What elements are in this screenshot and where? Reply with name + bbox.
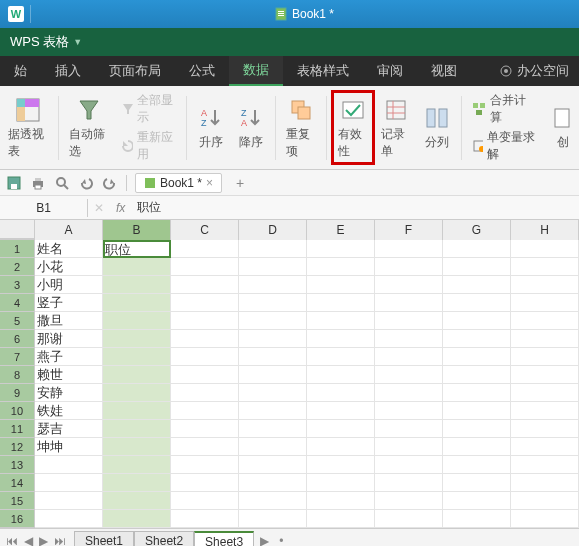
cell[interactable] <box>171 420 239 438</box>
cell[interactable] <box>103 312 171 330</box>
cell[interactable] <box>239 366 307 384</box>
undo-icon[interactable] <box>78 175 94 191</box>
menu-tablestyle[interactable]: 表格样式 <box>283 56 363 86</box>
cell[interactable] <box>307 438 375 456</box>
redo-icon[interactable] <box>102 175 118 191</box>
cell[interactable] <box>171 492 239 510</box>
row-header[interactable]: 12 <box>0 438 35 456</box>
cell[interactable] <box>171 348 239 366</box>
cell[interactable] <box>511 438 579 456</box>
cell[interactable]: 职位 <box>103 240 171 258</box>
row-header[interactable]: 9 <box>0 384 35 402</box>
cell[interactable] <box>443 312 511 330</box>
save-icon[interactable] <box>6 175 22 191</box>
menu-start[interactable]: 始 <box>0 56 41 86</box>
new-tab-button[interactable]: + <box>230 175 250 191</box>
ribbon-create[interactable]: 创 <box>543 90 577 165</box>
col-header-C[interactable]: C <box>171 220 239 240</box>
cell[interactable] <box>35 492 103 510</box>
cell[interactable] <box>307 384 375 402</box>
cell[interactable] <box>307 330 375 348</box>
row-header[interactable]: 2 <box>0 258 35 276</box>
ribbon-sort-asc[interactable]: AZ 升序 <box>191 90 231 165</box>
cell[interactable] <box>171 510 239 528</box>
cell[interactable] <box>511 456 579 474</box>
cell[interactable] <box>307 474 375 492</box>
cell[interactable] <box>375 330 443 348</box>
close-tab-icon[interactable]: × <box>206 176 213 190</box>
cell[interactable] <box>171 276 239 294</box>
cell[interactable]: 小明 <box>35 276 103 294</box>
sheet-tab-2[interactable]: Sheet2 <box>134 531 194 546</box>
sheet-nav-prev[interactable]: ◀ <box>22 534 35 547</box>
cell[interactable] <box>307 312 375 330</box>
cell[interactable] <box>103 384 171 402</box>
ribbon-consolidate[interactable]: 合并计算 <box>472 92 537 126</box>
menu-formula[interactable]: 公式 <box>175 56 229 86</box>
cell[interactable] <box>171 474 239 492</box>
cell[interactable] <box>307 276 375 294</box>
cell[interactable] <box>511 402 579 420</box>
cell[interactable] <box>375 402 443 420</box>
cell[interactable] <box>307 294 375 312</box>
document-tab[interactable]: Book1 * × <box>135 173 222 193</box>
cell[interactable] <box>443 402 511 420</box>
sheet-add-button[interactable]: ▶ <box>254 534 275 547</box>
row-header[interactable]: 10 <box>0 402 35 420</box>
cell[interactable] <box>103 276 171 294</box>
cell[interactable] <box>511 492 579 510</box>
formula-input[interactable]: 职位 <box>131 199 167 216</box>
cell[interactable] <box>375 456 443 474</box>
cell[interactable] <box>443 240 511 258</box>
cancel-icon[interactable]: ✕ <box>88 201 110 215</box>
col-header-F[interactable]: F <box>375 220 443 240</box>
ribbon-validity[interactable]: 有效性 <box>331 90 375 165</box>
cell[interactable] <box>443 366 511 384</box>
ribbon-text-to-columns[interactable]: 分列 <box>417 90 457 165</box>
cell[interactable] <box>511 240 579 258</box>
col-header-D[interactable]: D <box>239 220 307 240</box>
cell[interactable] <box>103 366 171 384</box>
cell[interactable] <box>35 510 103 528</box>
cell[interactable] <box>511 474 579 492</box>
menu-data[interactable]: 数据 <box>229 56 283 86</box>
cell[interactable] <box>307 510 375 528</box>
row-header[interactable]: 7 <box>0 348 35 366</box>
row-header[interactable]: 3 <box>0 276 35 294</box>
cell[interactable] <box>511 294 579 312</box>
cell[interactable] <box>239 330 307 348</box>
app-tab-wps[interactable]: WPS 表格 ▼ <box>0 28 92 56</box>
cell[interactable] <box>307 258 375 276</box>
cell[interactable] <box>375 276 443 294</box>
row-header[interactable]: 1 <box>0 240 35 258</box>
sheet-nav-next[interactable]: ▶ <box>37 534 50 547</box>
cell[interactable] <box>35 474 103 492</box>
cell[interactable] <box>103 330 171 348</box>
cell[interactable] <box>103 456 171 474</box>
cell[interactable] <box>443 348 511 366</box>
select-all-corner[interactable] <box>0 220 35 239</box>
cell[interactable] <box>307 402 375 420</box>
cell[interactable]: 竖子 <box>35 294 103 312</box>
sheet-tab-1[interactable]: Sheet1 <box>74 531 134 546</box>
cell[interactable] <box>35 456 103 474</box>
col-header-A[interactable]: A <box>35 220 103 240</box>
cell[interactable] <box>375 294 443 312</box>
ribbon-record-form[interactable]: 记录单 <box>375 90 417 165</box>
col-header-B[interactable]: B <box>103 220 171 240</box>
cell[interactable] <box>511 258 579 276</box>
cell[interactable] <box>171 240 239 258</box>
cell[interactable] <box>511 420 579 438</box>
ribbon-duplicates[interactable]: 重复项 <box>280 90 322 165</box>
cell[interactable] <box>239 294 307 312</box>
row-header[interactable]: 16 <box>0 510 35 528</box>
sheet-tab-3[interactable]: Sheet3 <box>194 531 254 547</box>
cell[interactable] <box>239 384 307 402</box>
cell[interactable] <box>375 474 443 492</box>
cell[interactable] <box>375 240 443 258</box>
cell[interactable]: 姓名 <box>35 240 103 258</box>
cell[interactable] <box>103 474 171 492</box>
cell[interactable] <box>239 312 307 330</box>
sheet-nav-first[interactable]: ⏮ <box>4 534 20 547</box>
cell[interactable]: 瑟吉 <box>35 420 103 438</box>
